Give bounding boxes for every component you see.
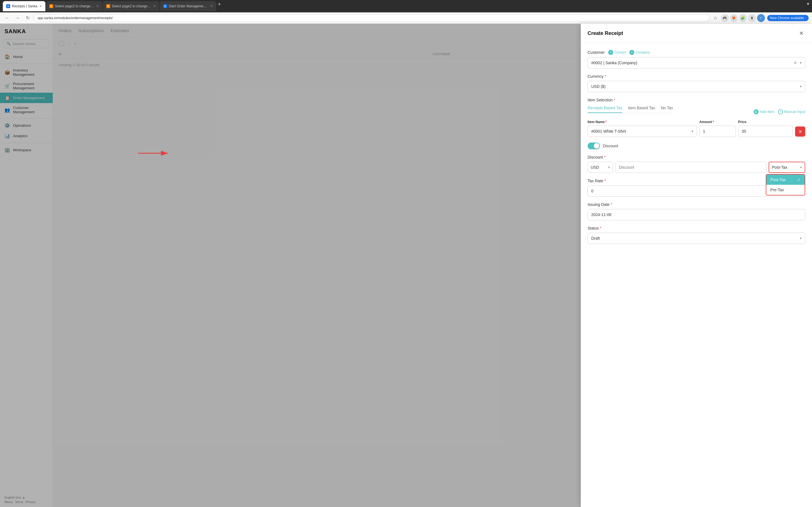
item-name-select[interactable]: #0001 White T-Shirt ▾	[588, 126, 697, 137]
download-icon[interactable]: ⬇	[748, 14, 756, 22]
status-group: Status * Draft ▾	[588, 226, 805, 244]
tab-title-1: Receipts | Sanka	[12, 4, 38, 8]
discount-label: Discount *	[588, 155, 805, 159]
browser-chrome: S Receipts | Sanka ✕ D Select page2 to c…	[0, 0, 812, 12]
tab-close-2[interactable]: ✕	[96, 4, 99, 8]
extensions-icon[interactable]: 🧩	[739, 14, 747, 22]
add-contact-btn[interactable]: + Contact	[608, 50, 626, 55]
star-btn[interactable]: ☆	[712, 15, 719, 21]
customer-group: Customer + Contact + Company #0002 | San…	[588, 50, 805, 68]
item-amount-col-label: Amount *	[699, 120, 735, 124]
red-arrow-svg	[138, 148, 172, 159]
customer-chevron-icon: ▾	[800, 61, 802, 65]
dropdown-pretax-label: Pre-Tax	[770, 187, 784, 192]
issuing-date-input-wrapper: 2024-11-06	[588, 209, 805, 220]
item-name-value: #0001 White T-Shirt	[591, 129, 626, 133]
tab-django-2[interactable]: D Select page2 to change | Dja... ✕	[103, 1, 159, 11]
item-name-chevron-icon: ▾	[692, 129, 693, 133]
address-text: app.sanka.io/modules/ordermanagement/rec…	[38, 16, 113, 20]
discount-dropdown: Post-Tax ✓ Pre-Tax	[766, 174, 805, 195]
discount-toggle[interactable]	[588, 143, 600, 149]
add-contact-label: Contact	[614, 50, 626, 54]
discount-currency-select[interactable]: USD ▾	[588, 162, 613, 173]
dropdown-option-posttax[interactable]: Post-Tax ✓	[766, 175, 805, 185]
customer-select-controls: ✕ ▾	[794, 61, 802, 65]
tab-title-2: Select page2 to change | Dja...	[55, 4, 94, 8]
modal-header: Create Receipt ✕	[581, 24, 812, 43]
discount-toggle-row: Discount	[588, 143, 805, 149]
tax-rate-required: *	[604, 179, 606, 183]
discount-type-container: Post-Tax ▾ Post-Tax ✓ Pre-Tax	[769, 162, 805, 173]
tab-close-4[interactable]: ✕	[210, 4, 213, 8]
customer-label: Customer	[588, 50, 605, 55]
tab-django-1[interactable]: D Select page2 to change | Dja... ✕	[46, 1, 102, 11]
currency-select[interactable]: USD ($) ▾	[588, 81, 805, 92]
new-tab-btn[interactable]: +	[217, 1, 222, 11]
toggle-knob	[594, 143, 599, 149]
item-name-col-label: Item Name *	[588, 120, 697, 124]
extension-icon-2[interactable]: 🦊	[730, 14, 738, 22]
discount-type-select[interactable]: Post-Tax ▾	[769, 162, 805, 173]
status-label: Status *	[588, 226, 805, 230]
status-required: *	[600, 226, 601, 230]
tab-close-3[interactable]: ✕	[153, 4, 156, 8]
dropdown-option-pretax[interactable]: Pre-Tax	[766, 185, 805, 195]
address-bar[interactable]: app.sanka.io/modules/ordermanagement/rec…	[34, 14, 710, 22]
extension-icon-1[interactable]: 🎮	[721, 14, 729, 22]
item-price-col-label: Price	[738, 120, 793, 124]
discount-currency-value: USD	[591, 165, 599, 170]
discount-amount-input[interactable]	[615, 162, 766, 173]
check-mark-icon: ✓	[797, 177, 801, 182]
status-value: Draft	[591, 236, 600, 240]
item-amount-input[interactable]: 1	[699, 126, 735, 137]
back-btn[interactable]: ←	[3, 14, 11, 22]
issuing-date-input[interactable]: 2024-11-06	[591, 212, 802, 217]
issuing-date-label: Issuing Date *	[588, 202, 805, 207]
item-price-input[interactable]: 30	[738, 126, 793, 137]
tab-receipts[interactable]: S Receipts | Sanka ✕	[3, 1, 45, 11]
item-name-header: Item Name * #0001 White T-Shirt ▾	[588, 120, 697, 137]
chrome-available-banner[interactable]: New Chrome available :	[767, 15, 809, 21]
add-item-btn[interactable]: U Add Item	[754, 109, 774, 114]
reload-btn[interactable]: ↻	[24, 14, 32, 22]
tab-favicon-4: S	[163, 4, 167, 8]
add-item-label: Add Item	[760, 110, 774, 114]
add-company-label: Company	[636, 50, 650, 54]
customer-select[interactable]: #0002 | Sanka (Company) ✕ ▾	[588, 57, 805, 68]
tab-favicon-3: D	[106, 4, 110, 8]
status-select[interactable]: Draft ▾	[588, 233, 805, 244]
discount-input-row: USD ▾ Post-Tax ▾ Post-Tax ✓	[588, 162, 805, 173]
profile-icon[interactable]: I	[757, 14, 765, 22]
currency-chevron-icon: ▾	[800, 84, 802, 89]
discount-currency-chevron-icon: ▾	[608, 165, 610, 169]
forward-btn[interactable]: →	[13, 14, 21, 22]
customer-clear-btn[interactable]: ✕	[794, 61, 797, 65]
tax-tab-receipts[interactable]: Receipts Based Tax	[588, 106, 622, 113]
create-receipt-modal: Create Receipt ✕ Customer + Contact + Co…	[581, 24, 812, 507]
discount-type-chevron-icon: ▾	[800, 165, 802, 169]
item-actions: U Add Item + Manual Input	[754, 109, 805, 114]
tab-title-3: Select page2 to change | Dja...	[112, 4, 151, 8]
modal-title: Create Receipt	[588, 31, 623, 36]
toolbar-icons: 🎮 🦊 🧩 ⬇ I	[721, 14, 765, 22]
manual-input-btn[interactable]: + Manual Input	[778, 109, 805, 114]
currency-group: Currency * USD ($) ▾	[588, 74, 805, 92]
item-price-col: Price 30	[738, 120, 793, 137]
tax-tab-item[interactable]: Item Based Tax	[628, 106, 655, 113]
manual-input-icon: +	[778, 109, 783, 114]
item-delete-btn[interactable]: ✕	[795, 126, 805, 136]
item-delete-col: ✕	[795, 120, 805, 136]
customer-label-row: Customer + Contact + Company	[588, 50, 805, 55]
discount-type-value: Post-Tax	[772, 165, 787, 170]
add-contact-icon: +	[608, 50, 613, 55]
tab-sanka-order[interactable]: S Start Order Management with... ✕	[160, 1, 216, 11]
add-company-btn[interactable]: + Company	[629, 50, 650, 55]
item-selection-group: Item Selection * Receipts Based Tax Item…	[588, 98, 805, 137]
tabs-overflow-btn[interactable]: ▾	[807, 1, 809, 11]
tab-favicon-1: S	[6, 4, 10, 8]
tax-tabs: Receipts Based Tax Item Based Tax No Tax	[588, 106, 673, 113]
tax-tab-notax[interactable]: No Tax	[661, 106, 673, 113]
modal-close-btn[interactable]: ✕	[797, 29, 805, 37]
tab-close-1[interactable]: ✕	[39, 4, 42, 8]
tab-bar: S Receipts | Sanka ✕ D Select page2 to c…	[3, 1, 809, 11]
